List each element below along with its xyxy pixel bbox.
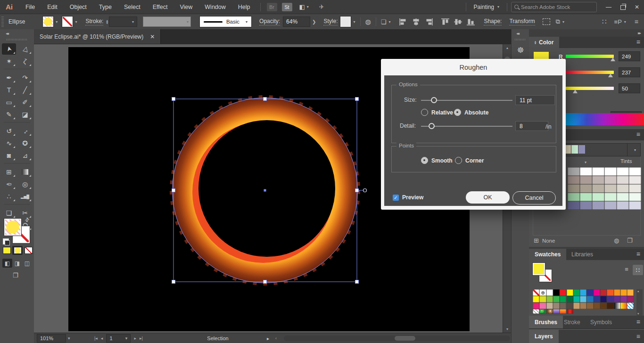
swatch[interactable] [539,296,546,302]
eraser-tool[interactable]: ◪ [18,109,32,120]
size-slider-track[interactable] [421,100,512,101]
shape-label[interactable]: Shape: [484,18,502,25]
close-button[interactable]: ✕ [630,0,644,14]
swatch[interactable] [594,296,600,302]
swatches-scrollbar[interactable]: ▴ ▾ [636,289,643,316]
swatch-registration[interactable]: ⊕ [539,289,546,296]
last-artboard-icon[interactable]: ▸| [140,336,143,341]
fill-color-indicator[interactable] [4,219,21,236]
tint-swatch[interactable] [592,201,604,210]
opacity-label[interactable]: Opacity: [259,18,280,25]
swatch[interactable] [539,309,546,314]
tint-swatch[interactable] [629,176,641,184]
swatch[interactable] [620,296,627,302]
tab-color[interactable]: ▴▾ Color [529,37,559,48]
align-bottom-icon[interactable] [467,18,475,25]
document-tab[interactable]: Solar Eclipse.ai* @ 101% (RGB/Preview) ✕ [34,29,161,44]
menu-item-object[interactable]: Object [64,0,93,14]
absolute-radio-group[interactable]: Absolute [454,109,488,116]
chevron-down-icon[interactable]: ▾ [388,20,390,24]
detail-value-field[interactable]: 8 [515,121,548,131]
swatch[interactable] [594,289,600,296]
status-collapse-icon[interactable]: ‹ [275,333,277,343]
tint-swatch[interactable] [604,201,617,210]
chevron-down-icon[interactable]: ▾ [624,20,626,24]
next-artboard-icon[interactable]: ▸ [134,336,136,341]
swatch[interactable] [573,289,580,296]
zoom-level-control[interactable]: 101% ▾ [37,333,70,343]
preview-checkbox-group[interactable]: ✓ Preview [393,194,423,201]
bridge-button[interactable]: Br [267,3,277,11]
collapse-tools-icon[interactable]: ◂◂ [6,31,8,36]
swatch[interactable] [586,296,593,302]
slider-handle[interactable] [608,74,613,77]
swatch[interactable] [546,289,553,296]
ok-button[interactable]: OK [466,191,510,204]
opacity-field[interactable]: 64% [283,16,310,27]
harmony-chip[interactable] [578,145,585,154]
align-top-icon[interactable] [441,18,449,25]
minimize-button[interactable]: — [602,0,616,14]
adobe-stock-search[interactable]: Search Adobe Stock [511,2,597,12]
swatch[interactable] [600,296,607,302]
swatches-fill-indicator[interactable] [533,263,545,275]
restore-button[interactable] [616,0,630,14]
swatch[interactable] [567,309,573,314]
paintbrush-tool[interactable]: ✐ [18,97,32,108]
tint-swatch[interactable] [629,193,641,201]
g-slider[interactable] [566,71,614,74]
swatch[interactable] [553,302,560,309]
tints-prev-icon[interactable]: ▾ [585,160,586,164]
artboard-number-field[interactable]: 1▾ [106,334,131,343]
menu-item-edit[interactable]: Edit [41,0,64,14]
dialog-title[interactable]: Roughen [381,59,566,75]
scale-tool[interactable]: ↔ [18,125,32,137]
g-value-field[interactable]: 237 [619,67,640,77]
style-label[interactable]: Style: [323,18,338,25]
swatch[interactable] [560,302,566,309]
swatch[interactable] [607,289,613,296]
color-guide-menu-icon[interactable]: ≡ [636,131,640,138]
swatch[interactable] [546,296,553,302]
smooth-radio-group[interactable]: Smooth [421,157,453,164]
swatch[interactable] [586,302,593,309]
opacity-expand-arrow[interactable]: ❯ [312,19,316,24]
horizontal-scroll-thumb[interactable] [395,336,415,341]
size-slider-handle[interactable] [431,97,437,103]
tint-swatch[interactable] [592,167,604,176]
save-to-swatches-icon[interactable]: ❐ [627,237,633,244]
expand-dock-icon[interactable]: ◂◂ [516,31,519,36]
brushes-menu-icon[interactable]: ≡ [636,318,640,325]
tint-swatch[interactable] [617,193,629,201]
tint-swatch[interactable] [568,193,580,201]
rotate-tool[interactable]: ↺ [2,125,16,137]
menu-item-effect[interactable]: Effect [147,0,174,14]
menu-item-view[interactable]: View [173,0,198,14]
swatch-none[interactable] [533,289,539,296]
center-point[interactable] [264,189,266,192]
stroke-stepper[interactable]: ▴▾ [106,19,108,24]
menu-item-file[interactable]: File [19,0,41,14]
none-button[interactable] [23,246,33,255]
r-slider[interactable] [566,55,614,58]
tools-grip[interactable] [7,39,27,41]
tint-swatch[interactable] [617,184,629,193]
swatch[interactable] [580,289,586,296]
swatch[interactable] [560,296,566,302]
line-segment-tool[interactable]: ╱ [18,84,32,96]
close-icon[interactable]: ✕ [150,33,155,40]
navigator-panel-icon[interactable]: ☸ [512,45,529,55]
selection-handle[interactable] [355,98,359,101]
graphic-style-swatch[interactable] [340,16,351,27]
panel-dock-icon[interactable]: ≡P [614,18,622,25]
direct-selection-tool[interactable]: ▷ [18,43,32,55]
mesh-tool[interactable]: ⊞ [2,166,16,178]
swatch[interactable] [553,296,560,302]
tab-libraries[interactable]: Libraries [566,249,599,260]
pen-tool[interactable]: ✒ [2,72,16,83]
tint-swatch[interactable] [604,184,617,193]
swatch[interactable] [567,289,573,296]
swatch[interactable] [546,309,553,314]
selection-handle[interactable] [172,98,175,101]
swatch[interactable] [533,302,539,309]
